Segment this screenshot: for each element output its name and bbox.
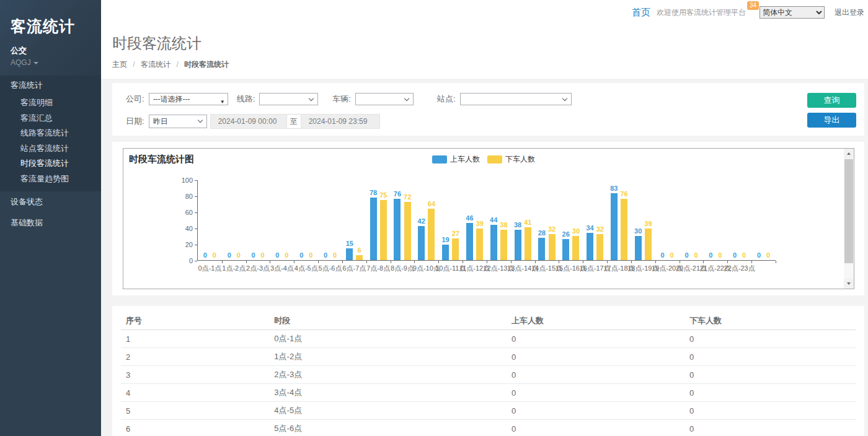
chart-category: 0022点-23点 xyxy=(727,180,751,260)
chevron-down-icon xyxy=(562,96,567,101)
chevron-down-icon xyxy=(404,96,409,101)
date-from-input[interactable]: 2024-01-09 00:00 xyxy=(210,114,287,129)
bar-value-label: 30 xyxy=(634,227,642,235)
chart-category: 001点-2点 xyxy=(222,180,246,260)
bar-value-label: 72 xyxy=(404,193,411,201)
bar-boarding: 46 xyxy=(466,214,473,260)
legend-label: 上车人数 xyxy=(450,154,480,165)
bar-alighting: 30 xyxy=(572,227,580,260)
chart-area: 时段车流统计图 上车人数下车人数 020406080100 000点-1点001… xyxy=(123,149,844,289)
bar-value-label: 0 xyxy=(261,251,265,259)
bar-value-label: 0 xyxy=(742,251,746,259)
date-label: 日期: xyxy=(126,116,144,127)
sidebar-subitem[interactable]: 客流明细 xyxy=(0,95,101,111)
x-axis-label: 5点-6点 xyxy=(319,264,342,273)
bar-value-label: 0 xyxy=(670,251,674,259)
bar-value-label: 38 xyxy=(500,221,507,229)
line-label: 线路: xyxy=(237,94,255,105)
table-cell: 2 xyxy=(121,348,269,366)
table-header-row: 序号时段上车人数下车人数 xyxy=(121,312,856,330)
bar-value-label: 0 xyxy=(275,251,279,259)
bar-boarding: 83 xyxy=(610,185,618,260)
sidebar-item[interactable]: 设备状态 xyxy=(0,191,101,212)
bar-value-label: 0 xyxy=(766,251,770,259)
table-cell: 1 xyxy=(121,330,269,348)
breadcrumb: 主页 / 客流统计 / 时段客流统计 xyxy=(112,59,857,70)
station-select[interactable] xyxy=(460,93,572,105)
x-axis-label: 4点-5点 xyxy=(294,264,318,273)
table-cell: 0 xyxy=(684,402,856,420)
export-button[interactable]: 导出 xyxy=(807,113,856,128)
line-select[interactable] xyxy=(259,93,318,105)
scroll-up-icon[interactable] xyxy=(844,149,854,159)
bar-boarding: 78 xyxy=(370,189,377,260)
filter-panel: 公司: ---请选择--- ▼ 线路: 车辆: 站点: xyxy=(112,83,864,136)
legend-label: 下车人数 xyxy=(505,154,535,165)
bar-value-label: 0 xyxy=(333,251,337,259)
bar xyxy=(442,245,449,260)
y-tick-label: 20 xyxy=(123,241,193,248)
bar xyxy=(611,193,618,260)
table-cell: 3 xyxy=(121,366,269,384)
date-to-input[interactable]: 2024-01-09 23:59 xyxy=(301,114,380,129)
sidebar: 客流统计 公交 AQGJ 客流统计 客流明细客流汇总线路客流统计站点客流统计时段… xyxy=(0,0,101,436)
bar xyxy=(587,233,593,260)
bar-value-label: 44 xyxy=(490,216,497,224)
sidebar-subitem[interactable]: 站点客流统计 xyxy=(0,141,101,157)
scrollbar-thumb[interactable] xyxy=(844,159,853,263)
date-range-separator: 至 xyxy=(287,114,301,129)
company-select[interactable]: ---请选择--- ▼ xyxy=(149,93,228,105)
bar-value-label: 0 xyxy=(733,251,737,259)
breadcrumb-home[interactable]: 主页 xyxy=(112,60,127,69)
legend-item: 上车人数 xyxy=(432,154,480,165)
home-link[interactable]: 首页 xyxy=(632,7,650,19)
date-preset-select[interactable]: 昨日 xyxy=(149,115,207,128)
bar-value-label: 0 xyxy=(309,251,312,259)
bar xyxy=(525,227,531,260)
sidebar-subitem[interactable]: 客流量趋势图 xyxy=(0,172,101,187)
scroll-down-icon[interactable] xyxy=(844,279,854,289)
legend-swatch xyxy=(432,155,447,164)
user-dropdown[interactable]: AQGJ xyxy=(11,58,101,67)
sidebar-subitem[interactable]: 线路客流统计 xyxy=(0,126,101,141)
bar-value-label: 76 xyxy=(394,190,401,198)
chart-category: 42649点-10点 xyxy=(414,180,438,260)
x-axis-label: 8点-9点 xyxy=(391,264,414,273)
breadcrumb-passenger-stats[interactable]: 客流统计 xyxy=(141,60,170,69)
bar-alighting: 76 xyxy=(620,190,627,260)
chart-category: 283214点-15点 xyxy=(535,180,559,260)
sidebar-subitem[interactable]: 时段客流统计 xyxy=(0,156,101,172)
chart-category: 0021点-22点 xyxy=(703,180,727,260)
date-preset-value: 昨日 xyxy=(153,117,168,126)
bar-alighting: 38 xyxy=(500,221,507,260)
sidebar-other-items: 设备状态基础数据 xyxy=(0,191,101,233)
bar-value-label: 0 xyxy=(299,251,303,259)
bar-boarding: 0 xyxy=(226,251,232,260)
bar-value-label: 0 xyxy=(252,251,255,259)
chart-scrollbar[interactable] xyxy=(844,149,854,289)
bar-value-label: 0 xyxy=(228,251,231,259)
table-cell: 0 xyxy=(684,384,856,402)
bar-alighting: 0 xyxy=(211,251,218,260)
bar-value-label: 19 xyxy=(441,236,449,243)
table-cell: 5 xyxy=(121,402,269,420)
vehicle-select[interactable] xyxy=(355,93,414,105)
chart-category: 000点-1点 xyxy=(198,180,222,260)
table-row: 32点-3点00 xyxy=(121,366,856,384)
language-select[interactable]: 简体中文 xyxy=(760,6,825,19)
query-button[interactable]: 查询 xyxy=(807,93,856,108)
table-row: 54点-5点00 xyxy=(121,402,856,420)
logout-link[interactable]: 退出登录 xyxy=(835,7,864,18)
table-cell: 0 xyxy=(507,402,684,420)
bar-value-label: 0 xyxy=(718,251,722,259)
sidebar-item-passenger-stats[interactable]: 客流统计 xyxy=(0,76,101,95)
bar-value-label: 26 xyxy=(562,230,570,238)
sidebar-subitem[interactable]: 客流汇总 xyxy=(0,111,101,126)
bar-alighting: 75 xyxy=(379,191,387,261)
chart-category: 003点-4点 xyxy=(270,180,294,260)
chart-legend: 上车人数下车人数 xyxy=(428,154,539,165)
sidebar-item[interactable]: 基础数据 xyxy=(0,212,101,233)
bar xyxy=(549,234,556,260)
x-axis-label: 3点-4点 xyxy=(270,264,294,273)
bar-boarding: 28 xyxy=(538,229,546,260)
